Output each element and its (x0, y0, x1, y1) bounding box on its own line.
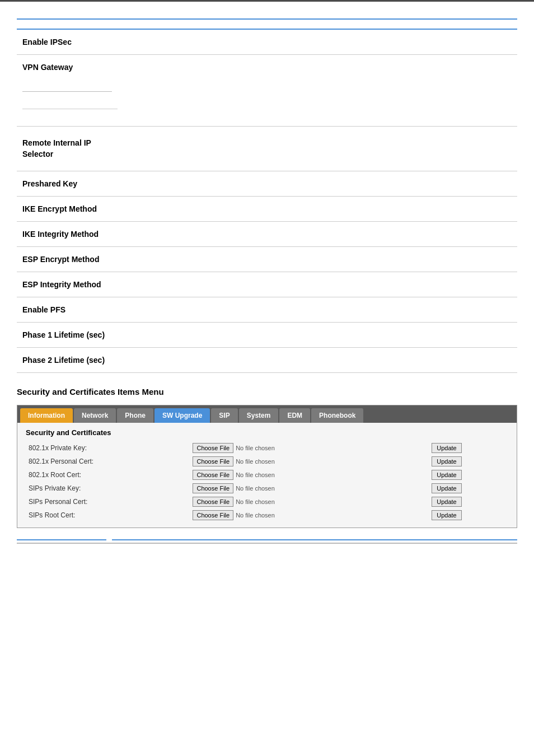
table-row: Remote Internal IPSelector (17, 127, 517, 171)
ike-integrity-label: IKE Integrity Method (17, 222, 168, 247)
vpn-gateway-value (168, 55, 517, 127)
cert-label-sips-personal-cert: SIPs Personal Cert: (26, 495, 190, 508)
cert-label-sips-private-key: SIPs Private Key: (26, 482, 190, 495)
phase1-label: Phase 1 Lifetime (sec) (17, 323, 168, 348)
esp-integrity-label: ESP Integrity Method (17, 272, 168, 297)
update-button-sips-personal-cert[interactable]: Update (432, 497, 461, 507)
bottom-line-gray (17, 543, 517, 544)
no-file-text-sips-private-key: No file chosen (236, 485, 275, 492)
table-row: Enable PFS (17, 297, 517, 323)
tab-container: Information Network Phone SW Upgrade SIP… (17, 405, 517, 528)
tab-sw-upgrade[interactable]: SW Upgrade (154, 408, 210, 423)
tab-network[interactable]: Network (74, 408, 116, 423)
cert-row: SIPs Personal Cert: Choose File No file … (26, 495, 508, 508)
cert-row: SIPs Private Key: Choose File No file ch… (26, 482, 508, 495)
cert-label-sips-root-cert: SIPs Root Cert: (26, 508, 190, 522)
table-row: IKE Encrypt Method (17, 197, 517, 222)
table-row: ESP Integrity Method (17, 272, 517, 297)
remote-ip-value (168, 127, 517, 171)
ike-encrypt-label: IKE Encrypt Method (17, 197, 168, 222)
choose-file-button-sips-root-cert[interactable]: Choose File (193, 510, 233, 520)
cert-input-8021x-private-key: Choose File No file chosen (190, 441, 426, 455)
esp-integrity-value (168, 272, 517, 297)
cert-update-8021x-personal-cert: Update (426, 455, 508, 468)
cert-section-title: Security and Certificates (26, 428, 508, 437)
cert-update-sips-personal-cert: Update (426, 495, 508, 508)
tab-sip[interactable]: SIP (211, 408, 237, 423)
no-file-text-sips-personal-cert: No file chosen (236, 498, 275, 505)
no-file-text-sips-root-cert: No file chosen (236, 512, 275, 519)
cert-input-8021x-personal-cert: Choose File No file chosen (190, 455, 426, 468)
tab-edm[interactable]: EDM (279, 408, 310, 423)
cert-input-8021x-root-cert: Choose File No file chosen (190, 468, 426, 482)
table-row: ESP Encrypt Method (17, 247, 517, 272)
no-file-text-8021x-personal-cert: No file chosen (236, 458, 275, 465)
phase2-value (168, 348, 517, 373)
table-row: Preshared Key (17, 171, 517, 197)
enable-pfs-value (168, 297, 517, 323)
cert-update-8021x-root-cert: Update (426, 468, 508, 482)
table-row: Phase 2 Lifetime (sec) (17, 348, 517, 373)
cert-label-8021x-personal-cert: 802.1x Personal Cert: (26, 455, 190, 468)
ike-encrypt-value (168, 197, 517, 222)
table-row: IKE Integrity Method (17, 222, 517, 247)
tab-system[interactable]: System (239, 408, 279, 423)
cert-input-sips-root-cert: Choose File No file chosen (190, 508, 426, 522)
table-header-row (17, 19, 517, 29)
cert-row: 802.1x Root Cert: Choose File No file ch… (26, 468, 508, 482)
bottom-line-blue-right (112, 539, 517, 540)
no-file-text-8021x-root-cert: No file chosen (236, 472, 275, 478)
update-button-sips-private-key[interactable]: Update (432, 483, 461, 493)
enable-ipsec-label: Enable IPSec (17, 29, 168, 55)
cert-table: 802.1x Private Key: Choose File No file … (26, 441, 508, 522)
bottom-line-blue-left (17, 539, 106, 540)
choose-file-button-8021x-personal-cert[interactable]: Choose File (193, 456, 233, 466)
cert-update-sips-private-key: Update (426, 482, 508, 495)
update-button-8021x-root-cert[interactable]: Update (432, 470, 461, 480)
tab-content: Security and Certificates 802.1x Private… (17, 423, 517, 528)
phase1-value (168, 323, 517, 348)
cert-row: 802.1x Personal Cert: Choose File No fil… (26, 455, 508, 468)
remote-ip-label: Remote Internal IPSelector (17, 127, 168, 171)
tab-bar: Information Network Phone SW Upgrade SIP… (17, 405, 517, 423)
update-button-8021x-private-key[interactable]: Update (432, 443, 461, 453)
update-button-sips-root-cert[interactable]: Update (432, 510, 461, 520)
no-file-text-8021x-private-key: No file chosen (236, 445, 275, 451)
update-button-8021x-personal-cert[interactable]: Update (432, 456, 461, 466)
bottom-lines (17, 539, 517, 544)
tab-information[interactable]: Information (20, 408, 73, 423)
cert-input-sips-personal-cert: Choose File No file chosen (190, 495, 426, 508)
table-row: VPN Gateway (17, 55, 517, 127)
security-section-title: Security and Certificates Items Menu (17, 387, 517, 396)
cert-label-8021x-root-cert: 802.1x Root Cert: (26, 468, 190, 482)
settings-table: Enable IPSec VPN Gateway Remote Internal… (17, 18, 517, 373)
enable-pfs-label: Enable PFS (17, 297, 168, 323)
choose-file-button-sips-personal-cert[interactable]: Choose File (193, 497, 233, 507)
cert-update-sips-root-cert: Update (426, 508, 508, 522)
ike-integrity-value (168, 222, 517, 247)
preshared-key-label: Preshared Key (17, 171, 168, 197)
choose-file-button-8021x-private-key[interactable]: Choose File (193, 443, 233, 453)
esp-encrypt-label: ESP Encrypt Method (17, 247, 168, 272)
cert-update-8021x-private-key: Update (426, 441, 508, 455)
preshared-key-value (168, 171, 517, 197)
header-label-cell (17, 19, 168, 29)
choose-file-button-8021x-root-cert[interactable]: Choose File (193, 470, 233, 480)
table-row: Enable IPSec (17, 29, 517, 55)
cert-input-sips-private-key: Choose File No file chosen (190, 482, 426, 495)
phase2-label: Phase 2 Lifetime (sec) (17, 348, 168, 373)
header-value-cell (168, 19, 517, 29)
cert-row: 802.1x Private Key: Choose File No file … (26, 441, 508, 455)
cert-label-8021x-private-key: 802.1x Private Key: (26, 441, 190, 455)
esp-encrypt-value (168, 247, 517, 272)
tab-phonebook[interactable]: Phonebook (311, 408, 363, 423)
table-row: Phase 1 Lifetime (sec) (17, 323, 517, 348)
tab-phone[interactable]: Phone (117, 408, 153, 423)
enable-ipsec-value (168, 29, 517, 55)
cert-row: SIPs Root Cert: Choose File No file chos… (26, 508, 508, 522)
choose-file-button-sips-private-key[interactable]: Choose File (193, 483, 233, 493)
vpn-gateway-label: VPN Gateway (17, 55, 168, 127)
